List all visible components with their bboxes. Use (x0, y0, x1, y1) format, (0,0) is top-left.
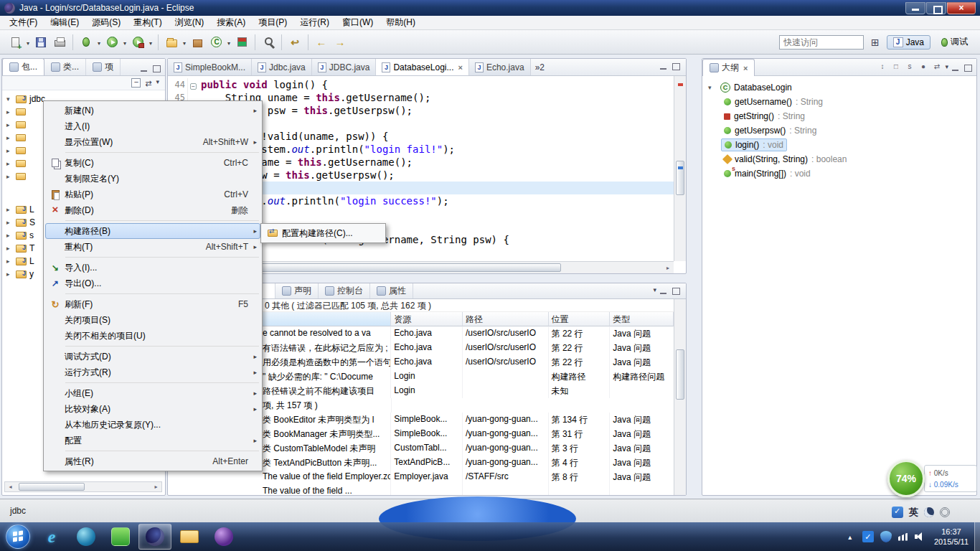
outline-member[interactable]: login() : void (705, 138, 974, 152)
menu-item[interactable]: 浏览(N) (169, 15, 211, 30)
context-menu-item[interactable]: 新建(N)▸ (45, 103, 260, 118)
view-tab[interactable]: 控制台 (319, 283, 370, 298)
media-player-taskbar-button[interactable] (70, 524, 103, 550)
input-mode-icon[interactable] (892, 507, 903, 518)
context-menu-item[interactable]: 构建路径(B)▸ (45, 223, 260, 239)
forward-icon[interactable] (331, 34, 349, 51)
maximize-view-icon[interactable] (152, 65, 161, 72)
scroll-right-icon[interactable]: ▸ (151, 484, 161, 490)
collapse-all-icon[interactable] (131, 78, 141, 88)
package-explorer-hscrollbar[interactable]: ◂ ▸ (4, 481, 162, 492)
maximize-view-icon[interactable] (963, 64, 973, 72)
column-header[interactable]: 资源 (391, 312, 463, 326)
safety-icon[interactable] (862, 531, 874, 542)
submenu-item[interactable]: 配置构建路径(C)... (263, 225, 384, 241)
outline-member[interactable]: valid(String, String) : boolean (705, 152, 974, 166)
collapsed-arrow-icon[interactable]: ▸ (6, 270, 16, 278)
menu-item[interactable]: 文件(F) (3, 15, 44, 30)
hide-fields-icon[interactable]: □ (890, 62, 901, 72)
context-menu-item[interactable]: 小组(E)▸ (45, 385, 260, 401)
context-menu-item[interactable]: 比较对象(A)▸ (45, 401, 260, 417)
view-tab[interactable]: 属性 (370, 283, 413, 298)
search-icon[interactable] (260, 34, 277, 51)
outline-member[interactable]: getString() : String (705, 109, 974, 123)
maximize-window-button[interactable] (926, 2, 946, 14)
outline-tab[interactable]: 大纲 × (702, 59, 755, 76)
gear-icon[interactable] (940, 507, 950, 517)
sort-icon[interactable]: ↕ (877, 62, 887, 72)
collapsed-arrow-icon[interactable]: ▸ (6, 121, 16, 128)
scrollbar-thumb[interactable] (19, 483, 85, 491)
new-icon[interactable] (6, 34, 31, 51)
context-menu-item[interactable]: 从本地历史记录复原(Y)... (45, 417, 260, 433)
quick-access-input[interactable] (779, 35, 864, 50)
start-button[interactable] (6, 524, 30, 549)
print-icon[interactable] (51, 34, 68, 51)
context-menu-item[interactable]: 显示位置(W)Alt+Shift+W▸ (45, 134, 260, 150)
save-icon[interactable] (32, 34, 50, 51)
close-tab-icon[interactable]: × (458, 63, 462, 72)
context-menu-item[interactable]: 运行方式(R)▸ (45, 364, 260, 380)
outline-member[interactable]: getUserpsw() : String (705, 123, 974, 138)
expanded-arrow-icon[interactable]: ▾ (708, 84, 717, 91)
editor-tab[interactable]: JJDBC.java (312, 59, 377, 75)
view-menu-icon[interactable]: ▾ (156, 78, 159, 88)
context-menu-item[interactable]: 配置▸ (45, 433, 260, 448)
collapsed-arrow-icon[interactable]: ▸ (6, 134, 16, 141)
debug-icon[interactable] (77, 34, 102, 51)
scroll-right-icon[interactable]: ▸ (662, 265, 674, 271)
run-icon[interactable] (103, 34, 128, 51)
new-java-project-icon[interactable] (163, 34, 187, 51)
link-with-editor-icon[interactable]: ⇄ (931, 62, 942, 72)
menu-item[interactable]: 搜索(A) (210, 15, 252, 30)
menu-item[interactable]: 项目(P) (252, 15, 293, 30)
minimize-view-icon[interactable] (951, 64, 961, 72)
menu-item[interactable]: 编辑(E) (44, 15, 85, 30)
editor-tab[interactable]: JJdbc.java (252, 59, 312, 75)
run-external-icon[interactable] (129, 34, 154, 51)
editor-tab[interactable]: JSimpleBookM... (168, 59, 252, 75)
shield-icon[interactable] (880, 531, 892, 542)
collapsed-arrow-icon[interactable]: ▸ (6, 232, 16, 239)
taskbar-clock[interactable]: 16:37 2015/5/11 (928, 527, 974, 547)
last-edit-icon[interactable] (286, 34, 303, 51)
editor-tab[interactable]: JEcho.java (469, 59, 531, 75)
explorer-tab[interactable]: 类... (44, 59, 86, 75)
context-menu-item[interactable]: 刷新(F)F5 (45, 296, 260, 312)
context-menu-item[interactable]: 进入(I) (45, 118, 260, 134)
moon-icon[interactable] (924, 507, 934, 517)
minimize-editor-icon[interactable] (659, 62, 669, 70)
scrollbar-thumb[interactable] (676, 349, 684, 400)
collapsed-arrow-icon[interactable]: ▸ (6, 206, 16, 213)
explorer-taskbar-button[interactable] (173, 524, 206, 550)
collapsed-arrow-icon[interactable]: ▸ (6, 108, 16, 116)
context-menu-item[interactable]: 删除(D)删除 (45, 202, 260, 218)
player-taskbar-button[interactable] (207, 524, 240, 550)
outline-root[interactable]: ▾CDatabaseLogin (705, 80, 974, 95)
context-menu-item[interactable]: 粘贴(P)Ctrl+V (45, 187, 260, 202)
hide-nonpublic-icon[interactable]: ● (918, 62, 928, 72)
internet-explorer-taskbar-button[interactable] (35, 524, 68, 550)
expanded-arrow-icon[interactable]: ▾ (6, 95, 16, 103)
minimize-view-icon[interactable] (659, 287, 669, 295)
context-menu-item[interactable]: 导入(I)... (45, 260, 260, 276)
collapsed-arrow-icon[interactable]: ▸ (6, 160, 16, 167)
outline-member[interactable]: smain(String[]) : void (705, 166, 974, 181)
context-menu-item[interactable]: 属性(R)Alt+Enter (45, 453, 260, 469)
volume-icon[interactable] (914, 531, 925, 542)
collapsed-arrow-icon[interactable]: ▸ (6, 245, 16, 252)
collapsed-arrow-icon[interactable]: ▸ (6, 173, 16, 180)
link-with-editor-icon[interactable] (145, 78, 151, 88)
collapsed-arrow-icon[interactable]: ▸ (6, 258, 16, 265)
problem-row[interactable]: The value of the field Employer.zongPayE… (168, 470, 674, 484)
menu-item[interactable]: 窗口(W) (336, 15, 380, 30)
fold-marker-icon[interactable]: − (190, 83, 197, 90)
explorer-tab[interactable]: 包... (2, 58, 44, 75)
column-header[interactable]: 路径 (463, 312, 549, 326)
tab-overflow-chevron[interactable]: »2 (531, 62, 549, 72)
eclipse-taskbar-button[interactable] (138, 524, 171, 550)
back-icon[interactable] (313, 34, 330, 51)
minimize-window-button[interactable] (905, 2, 925, 14)
column-header[interactable]: 类型 (610, 312, 674, 326)
menu-item[interactable]: 重构(T) (127, 15, 168, 30)
